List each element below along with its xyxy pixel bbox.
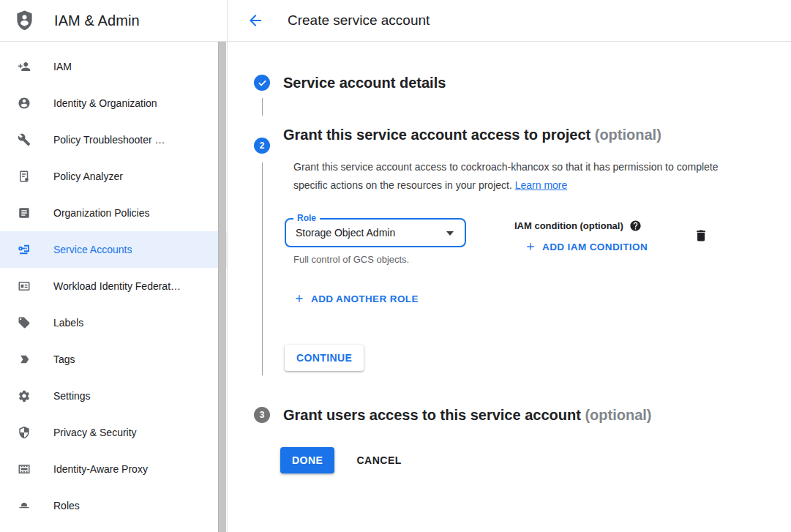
learn-more-link[interactable]: Learn more (515, 179, 568, 191)
page-title: Create service account (288, 12, 430, 29)
sidebar-item-identity-aware-proxy[interactable]: Identity-Aware Proxy (0, 451, 227, 487)
account-circle-icon (18, 97, 31, 110)
sidebar-item-label: Tags (53, 353, 75, 365)
sidebar-item-label: Workload Identity Federat… (53, 280, 181, 292)
id-card-icon (18, 280, 31, 293)
iam-shield-logo-icon (15, 10, 34, 31)
add-iam-condition-label: ADD IAM CONDITION (542, 241, 648, 252)
iam-condition-label-row: IAM condition (optional) (514, 220, 648, 232)
step-connector (262, 98, 263, 116)
role-select[interactable]: Role Storage Object Admin (285, 218, 466, 247)
sidebar-item-label: IAM (53, 61, 72, 72)
sidebar: IAM & Admin IAM Identity & Organization … (0, 0, 228, 532)
proxy-icon (18, 462, 31, 476)
sidebar-item-label: Policy Troubleshooter … (53, 134, 165, 146)
page-header: Create service account (228, 0, 791, 42)
step-connector (262, 162, 263, 375)
iam-condition-label: IAM condition (optional) (514, 220, 623, 231)
done-button[interactable]: DONE (280, 447, 334, 473)
step-2-content: Grant this service account access to pro… (283, 124, 791, 389)
sidebar-item-label: Identity-Aware Proxy (53, 463, 148, 475)
sidebar-item-label: Policy Analyzer (53, 171, 123, 182)
app-title: IAM & Admin (54, 12, 140, 29)
step-1-check-icon (254, 75, 270, 91)
sidebar-item-label: Settings (53, 390, 91, 402)
step-1-service-account-details[interactable]: Service account details (254, 75, 791, 116)
step-2-optional-label: (optional) (595, 127, 661, 143)
add-another-role-label: ADD ANOTHER ROLE (311, 293, 419, 304)
role-field-label: Role (293, 213, 320, 223)
gear-icon (18, 389, 31, 402)
sidebar-item-label: Privacy & Security (53, 427, 137, 438)
sidebar-item-tags[interactable]: Tags (0, 341, 227, 378)
step-3-grant-users-access[interactable]: 3 Grant users access to this service acc… (254, 405, 791, 425)
sidebar-item-settings[interactable]: Settings (0, 378, 227, 414)
cancel-button[interactable]: CANCEL (356, 454, 401, 466)
step-2-number-badge: 2 (254, 138, 270, 154)
wizard: Service account details 2 Grant this ser… (228, 42, 791, 532)
sidebar-item-iam[interactable]: IAM (0, 48, 227, 85)
step-2-description-text: Grant this service account access to coc… (293, 161, 719, 191)
back-arrow-icon[interactable] (247, 12, 264, 29)
step-3-marker-col: 3 (254, 407, 270, 423)
main-panel: Create service account Service account d… (228, 0, 791, 532)
step-1-title: Service account details (283, 75, 446, 116)
role-field-wrap: Role Storage Object Admin Full control o… (285, 218, 466, 265)
add-another-role-button[interactable]: ADD ANOTHER ROLE (293, 293, 419, 304)
sidebar-item-organization-policies[interactable]: Organization Policies (0, 195, 227, 231)
step-3-title-text: Grant users access to this service accou… (283, 407, 581, 423)
sidebar-nav: IAM Identity & Organization Policy Troub… (0, 42, 227, 524)
plus-icon (293, 293, 305, 304)
sidebar-item-policy-troubleshooter[interactable]: Policy Troubleshooter … (0, 121, 227, 158)
delete-role-trash-icon[interactable] (693, 228, 709, 245)
step-2-grant-access: 2 Grant this service account access to p… (254, 124, 791, 389)
step-2-title: Grant this service account access to pro… (283, 124, 664, 146)
service-account-key-icon (18, 243, 31, 256)
sidebar-item-label: Roles (53, 500, 80, 512)
sidebar-item-privacy-security[interactable]: Privacy & Security (0, 414, 227, 451)
person-add-icon (18, 60, 31, 73)
step-2-marker-col: 2 (254, 124, 270, 389)
tag-icon (18, 353, 31, 366)
sidebar-item-label: Labels (53, 317, 83, 329)
document-icon (18, 206, 31, 220)
role-helper-text: Full control of GCS objects. (293, 254, 466, 265)
plus-icon (525, 241, 536, 252)
step-3-title: Grant users access to this service accou… (283, 405, 652, 425)
app-window: IAM & Admin IAM Identity & Organization … (0, 0, 791, 532)
step-3-optional-label: (optional) (585, 407, 651, 423)
step-2-title-text: Grant this service account access to pro… (283, 127, 591, 143)
step-2-description: Grant this service account access to coc… (293, 158, 721, 195)
sidebar-item-label: Identity & Organization (53, 97, 157, 109)
sidebar-item-roles[interactable]: Roles (0, 487, 227, 524)
hat-icon (18, 499, 31, 512)
sidebar-item-policy-analyzer[interactable]: Policy Analyzer (0, 158, 227, 195)
policy-analyzer-icon (18, 170, 31, 183)
label-icon (18, 316, 31, 329)
sidebar-item-label: Organization Policies (53, 207, 150, 219)
role-row: Role Storage Object Admin Full control o… (285, 218, 791, 265)
sidebar-item-identity-organization[interactable]: Identity & Organization (0, 85, 227, 121)
role-selected-value: Storage Object Admin (296, 227, 395, 239)
sidebar-scrollbar[interactable] (218, 42, 226, 532)
continue-button[interactable]: CONTINUE (285, 345, 364, 371)
shield-half-icon (18, 426, 31, 439)
sidebar-item-labels[interactable]: Labels (0, 304, 227, 341)
sidebar-item-workload-identity-federation[interactable]: Workload Identity Federat… (0, 268, 227, 304)
sidebar-item-label: Service Accounts (53, 244, 132, 255)
dropdown-caret-icon (446, 231, 454, 236)
step-3-number-badge: 3 (254, 407, 270, 423)
add-iam-condition-button[interactable]: ADD IAM CONDITION (525, 241, 648, 252)
form-actions: DONE CANCEL (280, 447, 791, 473)
sidebar-item-service-accounts[interactable]: Service Accounts (0, 231, 227, 268)
iam-condition-col: IAM condition (optional) ADD IAM CONDITI… (514, 218, 648, 252)
step-1-marker-col (254, 75, 270, 116)
help-icon[interactable] (629, 220, 642, 232)
wrench-icon (18, 133, 31, 146)
sidebar-header: IAM & Admin (0, 0, 227, 42)
